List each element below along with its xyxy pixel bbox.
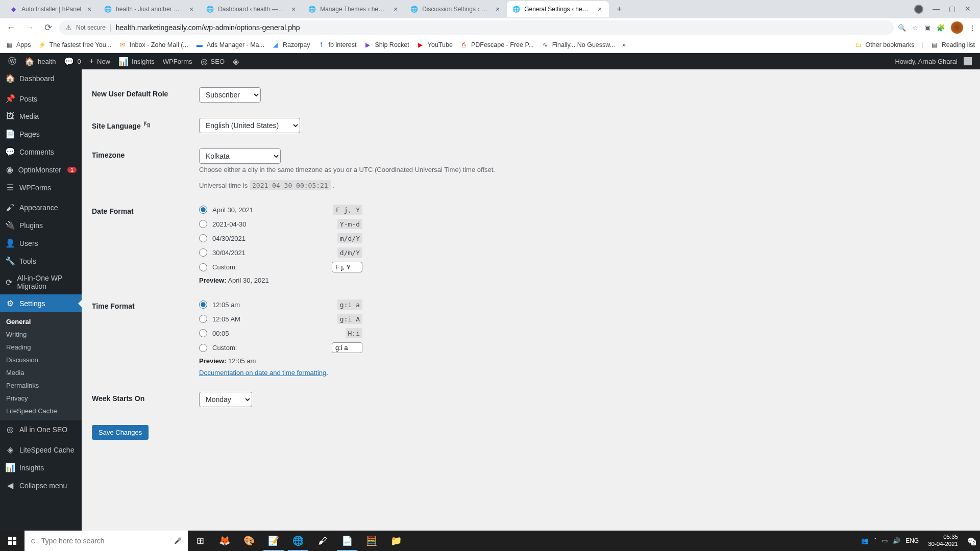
collapse-menu[interactable]: ◀Collapse menu: [0, 477, 82, 494]
browser-tab[interactable]: ◆ Auto Installer | hPanel ×: [4, 1, 99, 17]
browser-tab[interactable]: 🌐 Discussion Settings ‹ health ×: [405, 1, 507, 17]
howdy-text: Howdy, Arnab Gharai: [895, 58, 958, 65]
wpforms-link[interactable]: WPForms: [159, 53, 197, 69]
apps-bookmark[interactable]: ▦Apps: [5, 41, 31, 49]
bookmark-item[interactable]: ▬Ads Manager - Ma...: [195, 41, 264, 49]
date-format-radio[interactable]: [199, 220, 207, 228]
bookmark-item[interactable]: ▶YouTube: [416, 41, 453, 49]
bookmark-item[interactable]: ◢Razorpay: [272, 41, 310, 49]
time-preview: Preview: 12:05 am: [199, 357, 965, 365]
menu-icon[interactable]: ⋮: [969, 24, 976, 32]
timezone-select[interactable]: Kolkata: [199, 148, 281, 164]
time-format-radio[interactable]: [199, 315, 207, 323]
other-bookmarks[interactable]: 🗀Other bookmarks: [854, 41, 915, 49]
time-format-radio-custom[interactable]: [199, 344, 207, 352]
cache-link[interactable]: ◈: [229, 53, 243, 69]
browser-tab-active[interactable]: 🌐 General Settings ‹ health — ×: [507, 1, 609, 17]
tab-close-icon[interactable]: ×: [596, 5, 604, 13]
menu-users[interactable]: 👤Users: [0, 234, 82, 252]
tab-close-icon[interactable]: ×: [391, 5, 400, 13]
insights-link[interactable]: 📊Insights: [114, 53, 159, 69]
extensions-icon[interactable]: 🧩: [937, 24, 945, 32]
seo-link[interactable]: ◎SEO: [197, 53, 229, 69]
profile-indicator[interactable]: [914, 5, 923, 14]
site-name-link[interactable]: 🏠health: [20, 53, 60, 69]
bookmark-item[interactable]: ffb interest: [317, 41, 356, 49]
submenu-discussion[interactable]: Discussion: [0, 354, 82, 366]
back-button[interactable]: ←: [4, 20, 18, 35]
address-bar[interactable]: ⚠ Not secure | health.marketingeasily.co…: [59, 20, 894, 35]
comment-icon: 💬: [5, 147, 15, 157]
new-content-link[interactable]: +New: [85, 53, 114, 69]
minimize-icon[interactable]: —: [933, 5, 940, 14]
menu-comments[interactable]: 💬Comments: [0, 143, 82, 161]
date-format-radio[interactable]: [199, 234, 207, 242]
reading-list[interactable]: ▤Reading list: [930, 41, 975, 49]
browser-tab[interactable]: 🌐 Manage Themes ‹ health — ×: [303, 1, 405, 17]
date-format-radio[interactable]: [199, 248, 207, 257]
security-label: Not secure: [76, 24, 106, 31]
browser-tab[interactable]: 🌐 health - Just another WordP ×: [99, 1, 201, 17]
time-custom-input[interactable]: [332, 342, 362, 353]
submenu-media[interactable]: Media: [0, 366, 82, 379]
bookmark-item[interactable]: ⚡The fastest free You...: [38, 41, 112, 49]
time-option-label: 12:05 am: [212, 301, 263, 309]
menu-plugins[interactable]: 🔌Plugins: [0, 216, 82, 234]
bookmark-item[interactable]: ✉Inbox - Zoho Mail (...: [118, 41, 188, 49]
close-icon[interactable]: ✕: [965, 5, 971, 14]
menu-tools[interactable]: 🔧Tools: [0, 252, 82, 270]
forward-button[interactable]: →: [22, 20, 37, 35]
menu-aioseo[interactable]: ◎All in One SEO: [0, 420, 82, 438]
submenu-litespeed[interactable]: LiteSpeed Cache: [0, 405, 82, 417]
bookmark-star-icon[interactable]: ☆: [912, 24, 918, 32]
menu-dashboard[interactable]: 🏠Dashboard: [0, 69, 82, 87]
user-greeting[interactable]: Howdy, Arnab Gharai: [891, 57, 976, 65]
tab-close-icon[interactable]: ×: [289, 5, 298, 13]
new-tab-button[interactable]: +: [612, 2, 626, 16]
extension-icon[interactable]: ▣: [924, 24, 930, 32]
zoom-icon[interactable]: 🔍: [898, 24, 906, 32]
submenu-writing[interactable]: Writing: [0, 328, 82, 341]
tab-close-icon[interactable]: ×: [187, 5, 195, 13]
menu-migration[interactable]: ⟳All-in-One WP Migration: [0, 270, 82, 294]
submenu-permalinks[interactable]: Permalinks: [0, 379, 82, 392]
date-custom-input[interactable]: [332, 262, 362, 272]
date-format-radio[interactable]: [199, 206, 207, 214]
bookmark-item[interactable]: ⎙PDFescape - Free P...: [460, 41, 534, 49]
custom-label: Custom:: [212, 263, 263, 271]
doc-link[interactable]: Documentation on date and time formattin…: [199, 369, 326, 377]
user-avatar-icon: [964, 57, 972, 65]
browser-tab[interactable]: 🌐 Dashboard ‹ health — Wor ×: [201, 1, 303, 17]
week-starts-select[interactable]: Monday: [199, 392, 252, 407]
profile-avatar[interactable]: [951, 21, 963, 34]
menu-media[interactable]: 🖼Media: [0, 108, 82, 125]
menu-optinmonster[interactable]: ◉OptinMonster1: [0, 161, 82, 179]
submenu-reading[interactable]: Reading: [0, 341, 82, 354]
wp-logo[interactable]: ⓦ: [4, 53, 20, 69]
site-language-select[interactable]: English (United States): [199, 118, 300, 133]
tab-close-icon[interactable]: ×: [494, 5, 502, 13]
menu-wpforms[interactable]: ☰WPForms: [0, 179, 82, 196]
menu-pages[interactable]: 📄Pages: [0, 125, 82, 143]
target-icon: ◎: [5, 424, 15, 434]
new-user-role-select[interactable]: Subscriber: [199, 87, 261, 103]
bookmark-item[interactable]: ∿Finally... No Guessw...: [541, 41, 615, 49]
time-format-radio[interactable]: [199, 329, 207, 337]
time-format-radio[interactable]: [199, 300, 207, 309]
bookmarks-bar: ▦Apps ⚡The fastest free You... ✉Inbox - …: [0, 37, 980, 53]
save-changes-button[interactable]: Save Changes: [92, 425, 149, 440]
comments-link[interactable]: 💬0: [60, 53, 85, 69]
menu-appearance[interactable]: 🖌Appearance: [0, 199, 82, 216]
bookmarks-overflow[interactable]: »: [622, 41, 626, 48]
menu-settings[interactable]: ⚙Settings: [0, 294, 82, 312]
submenu-privacy[interactable]: Privacy: [0, 392, 82, 405]
menu-litespeed[interactable]: ◈LiteSpeed Cache: [0, 441, 82, 459]
submenu-general[interactable]: General: [0, 315, 82, 328]
menu-posts[interactable]: 📌Posts: [0, 90, 82, 108]
maximize-icon[interactable]: ▢: [949, 5, 955, 14]
tab-close-icon[interactable]: ×: [85, 5, 93, 13]
reload-button[interactable]: ⟳: [41, 20, 55, 35]
date-format-radio-custom[interactable]: [199, 263, 207, 271]
menu-insights[interactable]: 📊Insights: [0, 459, 82, 477]
bookmark-item[interactable]: ▶Ship Rocket: [363, 41, 409, 49]
